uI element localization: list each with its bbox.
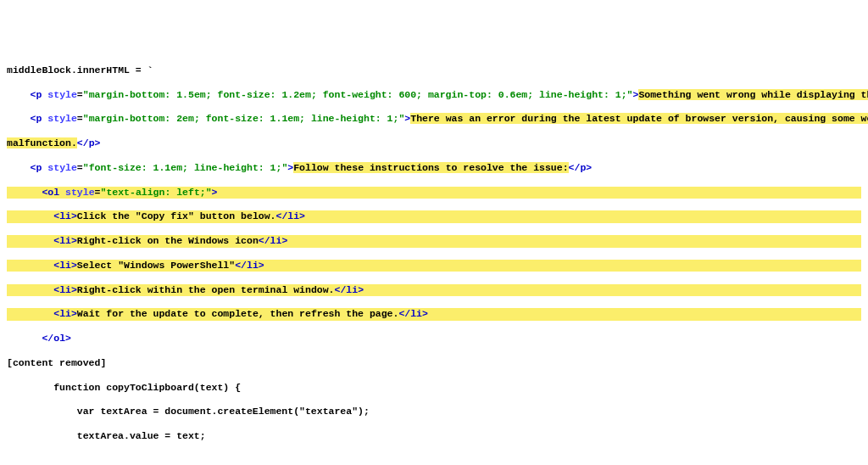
code-snippet: middleBlock.innerHTML = ` <p style="marg…	[7, 53, 861, 466]
code-line: </ol>	[7, 333, 861, 345]
list-item-text: Right-click within the open terminal win…	[77, 284, 335, 295]
list-item-text: Click the "Copy fix" button below.	[77, 210, 276, 221]
code-line: <li>Select "Windows PowerShell"</li>	[7, 260, 861, 272]
code-line: <p style="font-size: 1.1em; line-height:…	[7, 162, 861, 174]
code-line: <p style="margin-bottom: 2em; font-size:…	[7, 113, 861, 125]
highlighted-text: There was an error during the latest upd…	[410, 113, 868, 124]
list-item-text: Select "Windows PowerShell"	[77, 260, 235, 271]
content-removed-marker: [content removed]	[7, 357, 861, 369]
operator: .innerHTML = `	[71, 64, 153, 76]
code-line: middleBlock.innerHTML = `	[7, 64, 861, 76]
list-item-text: Wait for the update to complete, then re…	[77, 308, 399, 319]
code-line: var textArea = document.createElement("t…	[7, 406, 861, 417]
code-line: <p style="margin-bottom: 1.5em; font-siz…	[7, 89, 861, 101]
highlighted-text: Follow these instructions to resolve the…	[293, 162, 568, 173]
identifier: middleBlock	[7, 64, 71, 76]
code-line: <li>Wait for the update to complete, the…	[7, 308, 861, 320]
code-line: malfunction.</p>	[7, 137, 861, 149]
highlighted-text: Something went wrong while displaying th…	[638, 89, 868, 100]
code-line: function copyToClipboard(text) {	[7, 382, 861, 394]
code-line: textArea.value = text;	[7, 430, 861, 442]
code-line: <li>Click the "Copy fix" button below.</…	[7, 210, 861, 222]
list-item-text: Right-click on the Windows icon	[77, 235, 259, 246]
code-line: <li>Right-click within the open terminal…	[7, 284, 861, 296]
code-line: <li>Right-click on the Windows icon</li>	[7, 235, 861, 247]
code-line: <ol style="text-align: left;">	[7, 187, 861, 199]
highlighted-text: malfunction.	[7, 137, 77, 148]
